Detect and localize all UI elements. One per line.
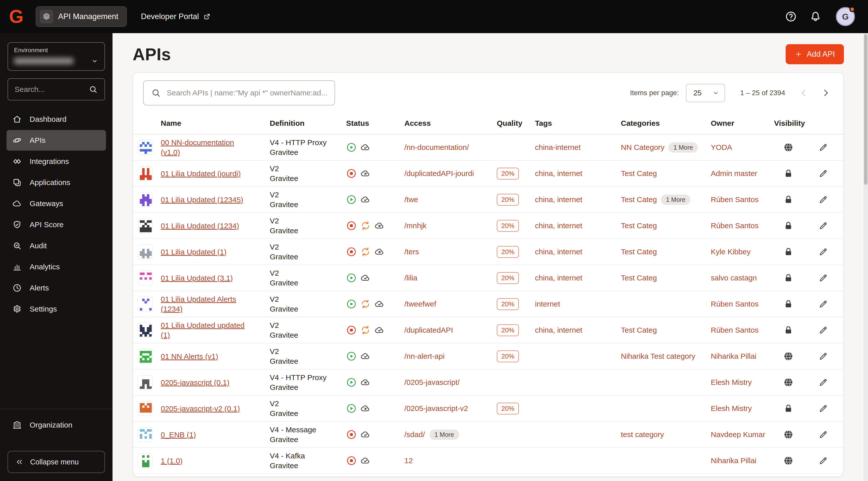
status-synced-icon <box>360 194 371 205</box>
help-icon[interactable] <box>785 10 797 23</box>
apis-card: Items per page: 25 1 – 25 of 2394 NameDe… <box>133 72 844 477</box>
column-header-visibility: Visibility <box>774 119 809 128</box>
api-categories: Test Categ <box>621 326 657 334</box>
edit-api-button[interactable] <box>818 429 828 440</box>
api-categories: Test Categ <box>621 274 657 282</box>
table-row: 01 Lilia Updated updated (1)V2Gravitee/d… <box>133 317 843 344</box>
more-chip[interactable]: 1 More <box>668 142 698 153</box>
status-unsynced-icon <box>374 220 385 231</box>
api-name-link[interactable]: 01 Lilia Updated (12345) <box>161 196 243 204</box>
api-access-path: /0205-javascript/ <box>404 378 460 387</box>
sidebar-item-settings[interactable]: Settings <box>6 299 106 319</box>
api-name-link[interactable]: 01 Lilia Updated (1) <box>161 248 226 256</box>
api-avatar <box>137 349 153 364</box>
environment-select[interactable]: Environment <box>7 42 105 71</box>
api-name-link[interactable]: 1 (1.0) <box>161 457 183 465</box>
table-row: 01 Lilia Updated (1234)V2Gravitee/mnhjk2… <box>133 213 843 239</box>
sidebar-item-analytics[interactable]: Analytics <box>6 257 106 277</box>
api-name-link[interactable]: 01 NN Alerts (v1) <box>161 352 218 360</box>
status-synced-icon <box>360 272 371 283</box>
api-engine: Gravitee <box>270 435 346 444</box>
sidebar-item-organization[interactable]: Organization <box>6 415 106 435</box>
api-name-link[interactable]: 00 NN-documentation (v1.0) <box>161 138 234 156</box>
collapse-menu-button[interactable]: Collapse menu <box>7 451 105 473</box>
quality-badge: 20% <box>497 298 519 310</box>
api-name-link[interactable]: 01 Lilia Updated (jourdi) <box>161 169 241 178</box>
api-owner: YODA <box>711 143 774 152</box>
api-name-link[interactable]: 01 Lilia Updated (3.1) <box>161 274 233 282</box>
api-name-link[interactable]: 0205-javascript-v2 (0.1) <box>161 405 240 413</box>
api-name-link[interactable]: 01 Lilia Updated updated (1) <box>161 321 245 339</box>
api-engine: Gravitee <box>270 226 346 235</box>
user-avatar[interactable]: G <box>836 7 855 26</box>
pencil-icon <box>818 299 828 309</box>
api-engine: Gravitee <box>270 173 346 183</box>
presence-dot <box>849 6 855 12</box>
gravitee-logo[interactable]: G <box>9 7 24 26</box>
sidebar-item-api-score[interactable]: API Score <box>6 214 106 235</box>
api-categories: Niharika Test category <box>621 352 695 360</box>
status-synced-icon <box>374 299 385 309</box>
api-name-link[interactable]: 01 Lilia Updated Alerts (1234) <box>161 295 236 313</box>
edit-api-button[interactable] <box>818 168 828 179</box>
api-owner: Rúben Santos <box>711 195 774 204</box>
edit-api-button[interactable] <box>818 195 828 204</box>
sidebar-item-applications[interactable]: Applications <box>6 172 106 193</box>
sidebar-item-dashboard[interactable]: Dashboard <box>6 109 106 130</box>
api-owner: Navdeep Kumar <box>711 430 774 439</box>
globe-icon <box>783 377 794 388</box>
bell-icon[interactable] <box>809 10 822 23</box>
external-link-icon <box>203 12 211 21</box>
collapse-menu-label: Collapse menu <box>30 458 79 466</box>
table-row: 01 Lilia Updated (1)V2Gravitee/ters20%ch… <box>133 239 843 265</box>
lock-icon <box>783 220 794 231</box>
api-management-button[interactable]: API Management <box>36 6 127 27</box>
sidebar-item-audit[interactable]: Audit <box>6 235 106 256</box>
api-avatar <box>137 427 153 442</box>
add-api-button[interactable]: Add API <box>786 44 844 64</box>
edit-api-button[interactable] <box>818 247 828 257</box>
edit-api-button[interactable] <box>818 456 828 466</box>
sidebar-item-integrations[interactable]: Integrations <box>6 151 106 172</box>
api-name-link[interactable]: 0_ENB (1) <box>161 430 196 439</box>
lock-icon <box>783 299 794 309</box>
status-stopped-icon <box>346 247 356 257</box>
edit-api-button[interactable] <box>818 377 828 387</box>
next-page-button[interactable] <box>818 85 833 100</box>
chevron-right-icon <box>820 87 831 98</box>
developer-portal-label: Developer Portal <box>141 12 199 21</box>
api-categories: test category <box>621 430 664 439</box>
edit-api-button[interactable] <box>818 142 828 152</box>
api-categories: Test Categ <box>621 221 657 230</box>
edit-api-button[interactable] <box>818 273 828 283</box>
scrollbar[interactable] <box>864 33 868 481</box>
sidebar-item-alerts[interactable]: Alerts <box>6 278 106 298</box>
edit-api-button[interactable] <box>818 404 828 414</box>
api-name-link[interactable]: 01 Lilia Updated (1234) <box>161 222 239 230</box>
sidebar-item-gateways[interactable]: Gateways <box>6 193 106 214</box>
items-per-page-select[interactable]: 25 <box>686 84 725 102</box>
edit-api-button[interactable] <box>818 221 828 231</box>
edit-api-button[interactable] <box>818 299 828 309</box>
pencil-icon <box>818 273 828 283</box>
sidebar-search-input[interactable] <box>14 85 88 94</box>
table-toolbar: Items per page: 25 1 – 25 of 2394 <box>133 73 843 113</box>
api-name-link[interactable]: 0205-javascript (0.1) <box>161 378 229 387</box>
pencil-icon <box>818 168 828 179</box>
status-synced-icon <box>360 351 371 361</box>
sidebar-item-apis[interactable]: APIs <box>6 130 106 151</box>
edit-api-button[interactable] <box>818 351 828 361</box>
previous-page-button[interactable] <box>796 85 811 100</box>
pencil-icon <box>818 456 828 466</box>
edit-api-button[interactable] <box>818 325 828 335</box>
environment-value-redacted <box>14 58 73 64</box>
status-started-icon <box>346 299 356 309</box>
scrollbar-thumb[interactable] <box>864 34 868 185</box>
api-search-input[interactable] <box>167 89 328 97</box>
status-stopped-icon <box>346 455 356 466</box>
lock-icon <box>783 272 794 283</box>
table-row: 0205-javascript (0.1)V4 - HTTP ProxyGrav… <box>133 370 843 396</box>
developer-portal-link[interactable]: Developer Portal <box>141 12 211 21</box>
more-chip[interactable]: 1 More <box>430 429 459 440</box>
more-chip[interactable]: 1 More <box>661 195 690 205</box>
